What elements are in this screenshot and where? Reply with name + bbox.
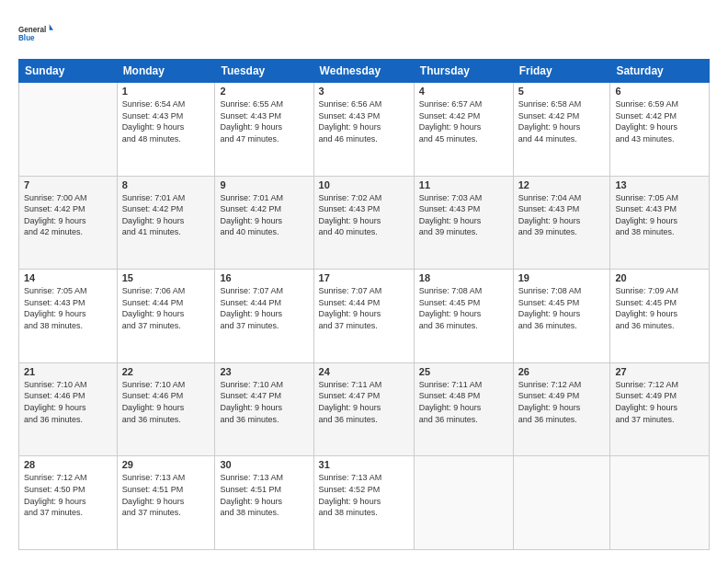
- day-number: 21: [24, 366, 112, 377]
- day-number: 7: [24, 179, 112, 190]
- day-number: 4: [419, 86, 508, 97]
- calendar-cell: 11Sunrise: 7:03 AMSunset: 4:43 PMDayligh…: [414, 176, 513, 270]
- calendar-cell: 17Sunrise: 7:07 AMSunset: 4:44 PMDayligh…: [313, 270, 414, 363]
- day-info: Sunrise: 6:55 AMSunset: 4:43 PMDaylight:…: [220, 99, 283, 144]
- day-info: Sunrise: 7:05 AMSunset: 4:43 PMDaylight:…: [615, 193, 678, 237]
- week-row-3: 14Sunrise: 7:05 AMSunset: 4:43 PMDayligh…: [19, 270, 710, 363]
- day-number: 22: [122, 366, 210, 377]
- day-number: 6: [615, 86, 704, 97]
- header-row: SundayMondayTuesdayWednesdayThursdayFrid…: [19, 60, 710, 83]
- day-info: Sunrise: 7:01 AMSunset: 4:42 PMDaylight:…: [122, 193, 186, 237]
- calendar-cell: 13Sunrise: 7:05 AMSunset: 4:43 PMDayligh…: [610, 176, 710, 270]
- calendar-cell: 30Sunrise: 7:13 AMSunset: 4:51 PMDayligh…: [215, 456, 313, 550]
- day-info: Sunrise: 7:10 AMSunset: 4:46 PMDaylight:…: [122, 380, 186, 424]
- logo: General Blue: [18, 17, 53, 50]
- day-number: 16: [220, 272, 308, 283]
- calendar-cell: 26Sunrise: 7:12 AMSunset: 4:49 PMDayligh…: [513, 362, 610, 456]
- col-header-friday: Friday: [513, 60, 610, 83]
- day-number: 17: [319, 272, 409, 283]
- day-info: Sunrise: 7:05 AMSunset: 4:43 PMDaylight:…: [24, 286, 87, 330]
- svg-marker-2: [50, 24, 53, 30]
- day-number: 28: [24, 459, 112, 470]
- calendar-cell: 9Sunrise: 7:01 AMSunset: 4:42 PMDaylight…: [215, 176, 313, 270]
- calendar-cell: 7Sunrise: 7:00 AMSunset: 4:42 PMDaylight…: [19, 176, 118, 270]
- calendar-cell: 15Sunrise: 7:06 AMSunset: 4:44 PMDayligh…: [117, 270, 215, 363]
- day-info: Sunrise: 7:10 AMSunset: 4:47 PMDaylight:…: [220, 380, 283, 424]
- calendar-cell: 22Sunrise: 7:10 AMSunset: 4:46 PMDayligh…: [117, 362, 215, 456]
- logo-svg: General Blue: [18, 17, 53, 50]
- day-number: 30: [220, 459, 308, 470]
- calendar-cell: 14Sunrise: 7:05 AMSunset: 4:43 PMDayligh…: [19, 270, 118, 363]
- calendar-cell: 31Sunrise: 7:13 AMSunset: 4:52 PMDayligh…: [313, 456, 414, 550]
- week-row-4: 21Sunrise: 7:10 AMSunset: 4:46 PMDayligh…: [19, 362, 710, 456]
- day-number: 31: [319, 459, 409, 470]
- calendar-cell: 28Sunrise: 7:12 AMSunset: 4:50 PMDayligh…: [19, 456, 118, 550]
- day-number: 5: [518, 86, 606, 97]
- week-row-1: 1Sunrise: 6:54 AMSunset: 4:43 PMDaylight…: [19, 83, 710, 177]
- svg-text:General: General: [18, 26, 46, 34]
- calendar-cell: 20Sunrise: 7:09 AMSunset: 4:45 PMDayligh…: [610, 270, 710, 363]
- day-info: Sunrise: 6:57 AMSunset: 4:42 PMDaylight:…: [419, 99, 483, 144]
- day-info: Sunrise: 7:10 AMSunset: 4:46 PMDaylight:…: [24, 380, 87, 424]
- day-info: Sunrise: 7:07 AMSunset: 4:44 PMDaylight:…: [319, 286, 382, 330]
- day-info: Sunrise: 7:13 AMSunset: 4:51 PMDaylight:…: [122, 473, 186, 517]
- day-number: 23: [220, 366, 308, 377]
- day-info: Sunrise: 7:13 AMSunset: 4:52 PMDaylight:…: [319, 473, 382, 517]
- day-info: Sunrise: 7:12 AMSunset: 4:49 PMDaylight:…: [615, 380, 678, 424]
- svg-text:Blue: Blue: [18, 34, 35, 42]
- day-info: Sunrise: 7:12 AMSunset: 4:49 PMDaylight:…: [518, 380, 582, 424]
- calendar-cell: 23Sunrise: 7:10 AMSunset: 4:47 PMDayligh…: [215, 362, 313, 456]
- day-number: 2: [220, 86, 308, 97]
- day-number: 8: [122, 179, 210, 190]
- day-info: Sunrise: 6:59 AMSunset: 4:42 PMDaylight:…: [615, 99, 678, 144]
- header: General Blue: [18, 17, 710, 50]
- day-info: Sunrise: 7:11 AMSunset: 4:47 PMDaylight:…: [319, 380, 382, 424]
- day-info: Sunrise: 7:00 AMSunset: 4:42 PMDaylight:…: [24, 193, 87, 237]
- week-row-2: 7Sunrise: 7:00 AMSunset: 4:42 PMDaylight…: [19, 176, 710, 270]
- day-number: 9: [220, 179, 308, 190]
- calendar-cell: 24Sunrise: 7:11 AMSunset: 4:47 PMDayligh…: [313, 362, 414, 456]
- day-info: Sunrise: 7:08 AMSunset: 4:45 PMDaylight:…: [518, 286, 582, 330]
- col-header-monday: Monday: [117, 60, 215, 83]
- calendar-cell: 2Sunrise: 6:55 AMSunset: 4:43 PMDaylight…: [215, 83, 313, 177]
- calendar-cell: 16Sunrise: 7:07 AMSunset: 4:44 PMDayligh…: [215, 270, 313, 363]
- calendar-cell: [513, 456, 610, 550]
- day-info: Sunrise: 7:09 AMSunset: 4:45 PMDaylight:…: [615, 286, 678, 330]
- calendar-cell: [19, 83, 118, 177]
- day-number: 27: [615, 366, 704, 377]
- day-info: Sunrise: 6:54 AMSunset: 4:43 PMDaylight:…: [122, 99, 186, 144]
- day-number: 1: [122, 86, 210, 97]
- calendar-cell: 10Sunrise: 7:02 AMSunset: 4:43 PMDayligh…: [313, 176, 414, 270]
- day-info: Sunrise: 7:13 AMSunset: 4:51 PMDaylight:…: [220, 473, 283, 517]
- day-number: 14: [24, 272, 112, 283]
- day-number: 10: [319, 179, 409, 190]
- calendar-cell: 12Sunrise: 7:04 AMSunset: 4:43 PMDayligh…: [513, 176, 610, 270]
- calendar-cell: 21Sunrise: 7:10 AMSunset: 4:46 PMDayligh…: [19, 362, 118, 456]
- col-header-saturday: Saturday: [610, 60, 710, 83]
- day-info: Sunrise: 6:58 AMSunset: 4:42 PMDaylight:…: [518, 99, 582, 144]
- day-info: Sunrise: 7:06 AMSunset: 4:44 PMDaylight:…: [122, 286, 186, 330]
- calendar-table: SundayMondayTuesdayWednesdayThursdayFrid…: [18, 59, 710, 550]
- day-number: 26: [518, 366, 606, 377]
- calendar-cell: 4Sunrise: 6:57 AMSunset: 4:42 PMDaylight…: [414, 83, 513, 177]
- day-info: Sunrise: 7:08 AMSunset: 4:45 PMDaylight:…: [419, 286, 483, 330]
- col-header-thursday: Thursday: [414, 60, 513, 83]
- day-info: Sunrise: 7:03 AMSunset: 4:43 PMDaylight:…: [419, 193, 483, 237]
- day-number: 15: [122, 272, 210, 283]
- day-number: 3: [319, 86, 409, 97]
- calendar-cell: [414, 456, 513, 550]
- calendar-cell: 5Sunrise: 6:58 AMSunset: 4:42 PMDaylight…: [513, 83, 610, 177]
- day-number: 12: [518, 179, 606, 190]
- day-info: Sunrise: 7:01 AMSunset: 4:42 PMDaylight:…: [220, 193, 283, 237]
- calendar-body: 1Sunrise: 6:54 AMSunset: 4:43 PMDaylight…: [19, 83, 710, 550]
- calendar-cell: 1Sunrise: 6:54 AMSunset: 4:43 PMDaylight…: [117, 83, 215, 177]
- calendar-cell: 3Sunrise: 6:56 AMSunset: 4:43 PMDaylight…: [313, 83, 414, 177]
- day-info: Sunrise: 7:11 AMSunset: 4:48 PMDaylight:…: [419, 380, 483, 424]
- calendar-cell: [610, 456, 710, 550]
- day-number: 24: [319, 366, 409, 377]
- day-number: 19: [518, 272, 606, 283]
- calendar-cell: 18Sunrise: 7:08 AMSunset: 4:45 PMDayligh…: [414, 270, 513, 363]
- calendar-cell: 19Sunrise: 7:08 AMSunset: 4:45 PMDayligh…: [513, 270, 610, 363]
- day-info: Sunrise: 6:56 AMSunset: 4:43 PMDaylight:…: [319, 99, 382, 144]
- calendar-cell: 6Sunrise: 6:59 AMSunset: 4:42 PMDaylight…: [610, 83, 710, 177]
